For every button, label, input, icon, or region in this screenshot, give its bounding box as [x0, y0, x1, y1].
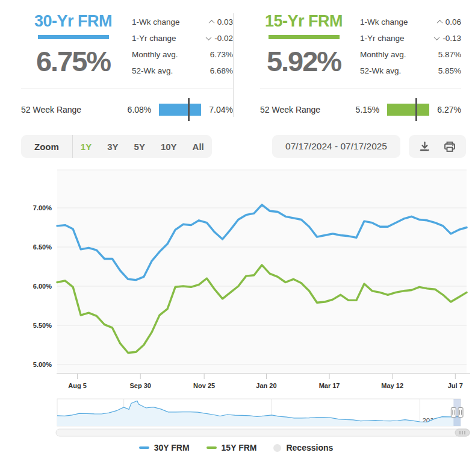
accent-underline-30y: [38, 35, 109, 39]
range-max-value: 7.04%: [209, 105, 233, 114]
stat-number: 5.85%: [438, 66, 461, 75]
panel-title-30y: 30-Yr FRM: [34, 12, 112, 31]
legend-item-30y[interactable]: 30Y FRM: [139, 443, 190, 453]
range-label: 52 Week Range: [21, 105, 81, 114]
navigator[interactable]: 198020002020: [57, 399, 463, 426]
down-arrow-icon: [434, 34, 440, 40]
printer-icon: [444, 141, 456, 152]
y-axis-label: 6.50%: [33, 243, 52, 251]
rate-history-chart: 7.00%6.50%6.00%5.50%5.00%Aug 5Sep 30Nov …: [0, 163, 472, 439]
week-range-30y: 52 Week Range 6.08% 7.04%: [21, 89, 233, 116]
controls-right: 07/17/2024 - 07/17/2025: [272, 135, 466, 158]
y-axis-label: 5.50%: [33, 322, 52, 329]
range-button-all[interactable]: All: [185, 142, 212, 152]
chart-canvas[interactable]: 7.00%6.50%6.00%5.50%5.00%Aug 5Sep 30Nov …: [0, 163, 472, 437]
stat-label: Monthly avg.: [360, 50, 406, 59]
stat-number: 6.68%: [210, 66, 233, 75]
main-plot: 7.00%6.50%6.00%5.50%5.00%Aug 5Sep 30Nov …: [33, 170, 470, 389]
accent-underline-15y: [269, 35, 340, 39]
legend-item-15y[interactable]: 15Y FRM: [206, 443, 257, 453]
y-axis-label: 7.00%: [33, 204, 52, 211]
legend-label: 30Y FRM: [154, 443, 190, 453]
range-max-value: 6.27%: [437, 105, 461, 114]
up-arrow-icon: [436, 20, 442, 26]
stat-number: 0.06: [446, 17, 461, 27]
chart-scrollbar[interactable]: [56, 429, 470, 436]
panel-divider: [233, 13, 234, 117]
range-button-3y[interactable]: 3Y: [99, 142, 126, 152]
zoom-range-selector: Zoom 1Y 3Y 5Y 10Y All: [21, 135, 212, 158]
x-axis-label: Mar 17: [319, 382, 340, 389]
green-line-swatch-icon: [206, 446, 217, 449]
x-axis-label: Nov 25: [193, 382, 215, 389]
export-actions: [409, 135, 466, 158]
legend-label: Recessions: [286, 443, 333, 453]
stat-number: -0.13: [442, 34, 461, 43]
stat-value: -0.02: [206, 34, 233, 43]
range-bar-30y: [159, 104, 201, 116]
stat-row: 52-Wk avg. 5.85%: [360, 63, 461, 79]
chart-legend: 30Y FRM 15Y FRM Recessions: [0, 443, 472, 453]
stat-number: 6.73%: [210, 50, 233, 59]
chart-controls: Zoom 1Y 3Y 5Y 10Y All 07/17/2024 - 07/17…: [21, 135, 466, 158]
panel-30y-title-block: 30-Yr FRM 6.75%: [34, 10, 112, 79]
stat-label: 52-Wk avg.: [360, 66, 401, 75]
stat-number: 5.87%: [438, 50, 461, 59]
panel-15y-title-block: 15-Yr FRM 5.92%: [265, 10, 343, 79]
stat-value: 0.06: [438, 17, 461, 27]
range-min-value: 6.08%: [128, 105, 152, 114]
navigator-handle-left[interactable]: [451, 408, 456, 418]
stat-row: 1-Wk change 0.06: [360, 14, 461, 30]
zoom-label: Zoom: [21, 142, 72, 152]
stat-value: 0.03: [210, 17, 233, 27]
legend-label: 15Y FRM: [222, 443, 257, 453]
navigator-handle-right[interactable]: [458, 408, 463, 418]
panel-30y-frm: 30-Yr FRM 6.75% 1-Wk change 0.03 1-Yr ch…: [21, 10, 233, 117]
range-min-value: 5.15%: [356, 105, 380, 114]
x-axis-label: Aug 5: [68, 382, 87, 389]
stat-label: 1-Yr change: [360, 34, 405, 43]
down-arrow-icon: [206, 34, 212, 40]
stats-30y: 1-Wk change 0.03 1-Yr change -0.02 Month…: [132, 10, 233, 79]
stat-value: -0.13: [435, 34, 461, 43]
stat-label: 52-Wk avg.: [132, 66, 173, 75]
blue-line-swatch-icon: [139, 446, 149, 449]
legend-item-recessions[interactable]: Recessions: [273, 443, 333, 453]
stat-number: -0.02: [214, 34, 233, 43]
print-button[interactable]: [444, 141, 456, 152]
x-axis-label: May 12: [381, 382, 403, 389]
range-button-1y[interactable]: 1Y: [73, 142, 99, 152]
stats-15y: 1-Wk change 0.06 1-Yr change -0.13 Month…: [360, 10, 461, 79]
recession-swatch-icon: [273, 444, 281, 452]
download-icon: [419, 141, 430, 152]
panel-15y-frm: 15-Yr FRM 5.92% 1-Wk change 0.06 1-Yr ch…: [243, 10, 472, 117]
current-rate-30y: 6.75%: [34, 45, 112, 78]
date-range-display[interactable]: 07/17/2024 - 07/17/2025: [272, 135, 400, 158]
stat-row: Monthly avg. 5.87%: [360, 46, 461, 63]
stat-value: 6.73%: [210, 50, 233, 59]
stat-row: Monthly avg. 6.73%: [132, 46, 233, 63]
rate-summary-panels: 30-Yr FRM 6.75% 1-Wk change 0.03 1-Yr ch…: [0, 0, 472, 117]
stat-row: 1-Yr change -0.13: [360, 30, 461, 46]
stat-label: 1-Yr change: [132, 34, 176, 43]
stat-row: 1-Wk change 0.03: [132, 14, 233, 30]
up-arrow-icon: [208, 20, 214, 26]
range-button-10y[interactable]: 10Y: [153, 142, 185, 152]
panel-30y-header: 30-Yr FRM 6.75% 1-Wk change 0.03 1-Yr ch…: [21, 10, 233, 79]
stat-row: 52-Wk avg. 6.68%: [132, 63, 233, 79]
current-rate-marker: [415, 98, 417, 121]
download-button[interactable]: [419, 141, 430, 152]
y-axis-label: 6.00%: [33, 283, 52, 290]
week-range-15y: 52 Week Range 5.15% 6.27%: [260, 89, 461, 116]
x-axis-label: Jan 20: [256, 382, 276, 389]
range-bar-15y: [387, 104, 429, 116]
stat-value: 5.87%: [438, 50, 461, 59]
stat-value: 6.68%: [210, 66, 233, 75]
x-axis-label: Sep 30: [129, 382, 151, 389]
y-axis-label: 5.00%: [33, 361, 52, 368]
current-rate-marker: [188, 98, 190, 121]
stat-row: 1-Yr change -0.02: [132, 30, 233, 46]
range-label: 52 Week Range: [260, 105, 320, 114]
scrollbar-grip[interactable]: [455, 429, 470, 436]
range-button-5y[interactable]: 5Y: [126, 142, 153, 152]
